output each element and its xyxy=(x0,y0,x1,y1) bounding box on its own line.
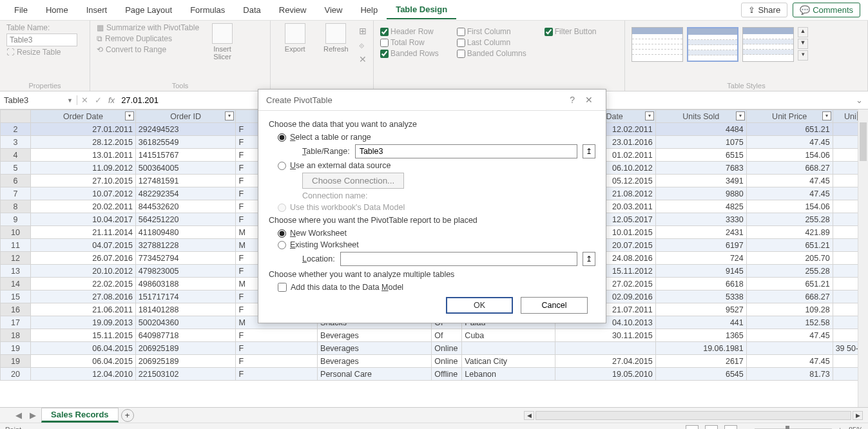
table-styles-more-icon[interactable]: ▾ xyxy=(798,50,808,61)
tab-nav-prev-icon[interactable]: ◀ xyxy=(13,410,24,420)
cell[interactable]: 361825549 xyxy=(135,136,236,149)
open-browser-icon[interactable]: ⟐ xyxy=(359,40,367,50)
filter-button-checkbox[interactable]: Filter Button xyxy=(545,27,597,36)
table-row[interactable]: 2012.04.2010221503102FPersonal CareOffli… xyxy=(1,368,868,381)
cell[interactable]: 152.58 xyxy=(746,316,833,329)
zoom-level[interactable]: 85% xyxy=(849,426,863,430)
cell[interactable]: 9527 xyxy=(655,303,746,316)
row-header[interactable]: 6 xyxy=(1,175,31,187)
cell[interactable]: 151717174 xyxy=(135,291,236,303)
cell[interactable]: Online xyxy=(432,342,462,355)
vertical-scrollbar[interactable] xyxy=(858,110,868,407)
resize-table-button[interactable]: ⛶Resize Table xyxy=(6,48,77,57)
filter-dropdown-icon[interactable]: ▾ xyxy=(645,111,654,120)
range-picker-icon[interactable]: ↥ xyxy=(583,144,595,158)
cell[interactable]: 3330 xyxy=(655,213,746,226)
radio-new-worksheet[interactable]: New Worksheet xyxy=(278,229,595,238)
row-header[interactable]: 15 xyxy=(1,291,31,303)
table-style-1[interactable] xyxy=(632,27,683,62)
menu-view[interactable]: View xyxy=(315,1,351,19)
menu-data[interactable]: Data xyxy=(234,1,269,19)
cell[interactable]: 27.10.2015 xyxy=(31,175,136,187)
cell[interactable]: 30.11.2015 xyxy=(555,329,656,342)
cell[interactable]: 109.28 xyxy=(746,303,833,316)
last-column-checkbox[interactable]: Last Column xyxy=(457,38,526,47)
cell[interactable]: 482292354 xyxy=(135,187,236,200)
view-normal-icon[interactable] xyxy=(686,425,699,430)
cell[interactable]: 1365 xyxy=(655,329,746,342)
view-page-layout-icon[interactable] xyxy=(705,425,718,430)
cell[interactable]: 154.06 xyxy=(746,149,833,162)
cell[interactable]: 651.21 xyxy=(746,278,833,291)
cell[interactable]: 500364005 xyxy=(135,162,236,175)
cell[interactable]: 10.04.2017 xyxy=(31,213,136,226)
row-header[interactable]: 8 xyxy=(1,200,31,213)
header-row-checkbox[interactable]: Header Row xyxy=(380,27,439,36)
cell[interactable]: 844532620 xyxy=(135,200,236,213)
table-row[interactable]: 1815.11.2015640987718FBeveragesOfCuba30.… xyxy=(1,329,868,342)
close-icon[interactable]: ✕ xyxy=(580,95,598,105)
column-header[interactable]: Unit Price▾ xyxy=(746,110,833,123)
total-row-checkbox[interactable]: Total Row xyxy=(380,38,439,47)
row-header[interactable]: 10 xyxy=(1,226,31,239)
cell[interactable]: 20.02.2011 xyxy=(31,200,136,213)
cell[interactable]: 411809480 xyxy=(135,226,236,239)
cell[interactable]: 255.28 xyxy=(746,265,833,278)
location-input[interactable] xyxy=(340,252,577,266)
cell[interactable]: 47.45 xyxy=(746,136,833,149)
menu-formulas[interactable]: Formulas xyxy=(181,1,234,19)
ok-button[interactable]: OK xyxy=(446,297,513,314)
fx-icon[interactable]: fx xyxy=(108,95,115,105)
cell[interactable]: 668.27 xyxy=(746,162,833,175)
cell[interactable]: 10.07.2012 xyxy=(31,187,136,200)
cell[interactable]: 9880 xyxy=(655,187,746,200)
cell[interactable]: 206925189 xyxy=(135,342,236,355)
cell[interactable] xyxy=(555,342,656,355)
table-style-2[interactable] xyxy=(687,27,738,62)
cell[interactable]: F xyxy=(236,329,318,342)
row-header[interactable]: 18 xyxy=(1,329,31,342)
zoom-in-icon[interactable]: + xyxy=(838,426,842,430)
cell[interactable]: 141515767 xyxy=(135,149,236,162)
column-header[interactable]: Units Sold▾ xyxy=(655,110,746,123)
cell[interactable]: 47.45 xyxy=(746,175,833,187)
banded-columns-checkbox[interactable]: Banded Columns xyxy=(457,49,526,58)
cell[interactable]: 181401288 xyxy=(135,303,236,316)
cell[interactable]: Of xyxy=(432,329,462,342)
cell[interactable]: 773452794 xyxy=(135,252,236,265)
row-header[interactable]: 14 xyxy=(1,278,31,291)
menu-insert[interactable]: Insert xyxy=(77,1,117,19)
cell[interactable]: 1075 xyxy=(655,136,746,149)
insert-slicer-button[interactable]: InsertSlicer xyxy=(204,23,240,61)
cell[interactable]: 498603188 xyxy=(135,278,236,291)
cell[interactable]: 47.45 xyxy=(746,187,833,200)
cell[interactable]: 640987718 xyxy=(135,329,236,342)
tab-nav-next-icon[interactable]: ▶ xyxy=(27,410,39,420)
row-header[interactable]: 13 xyxy=(1,265,31,278)
table-styles-down-icon[interactable]: ▼ xyxy=(798,39,808,49)
summarize-pivot-button[interactable]: ▦Summarize with PivotTable xyxy=(97,23,199,32)
cell[interactable]: 4825 xyxy=(655,200,746,213)
convert-range-button[interactable]: ⟲Convert to Range xyxy=(97,45,199,54)
refresh-button[interactable]: Refresh xyxy=(318,23,354,53)
share-button[interactable]: ⇪Share xyxy=(741,3,787,17)
cell[interactable]: 04.07.2015 xyxy=(31,239,136,252)
banded-rows-checkbox[interactable]: Banded Rows xyxy=(380,49,439,58)
menu-table-design[interactable]: Table Design xyxy=(387,1,456,19)
cell[interactable] xyxy=(746,342,833,355)
cell[interactable]: 21.11.2014 xyxy=(31,226,136,239)
cell[interactable]: 724 xyxy=(655,252,746,265)
row-header[interactable]: 4 xyxy=(1,149,31,162)
cell[interactable]: 127481591 xyxy=(135,175,236,187)
cell[interactable]: F xyxy=(236,342,318,355)
cell[interactable]: 327881228 xyxy=(135,239,236,252)
cell[interactable]: 6197 xyxy=(655,239,746,252)
cell[interactable]: 06.04.2015 xyxy=(31,342,136,355)
cell[interactable]: 15.11.2015 xyxy=(31,329,136,342)
zoom-out-icon[interactable]: − xyxy=(744,426,747,430)
row-header[interactable]: 7 xyxy=(1,187,31,200)
cell[interactable]: 19.09.2013 xyxy=(31,316,136,329)
row-header[interactable]: 2 xyxy=(1,123,31,136)
cell[interactable]: 292494523 xyxy=(135,123,236,136)
remove-duplicates-button[interactable]: ⧉Remove Duplicates xyxy=(97,34,199,43)
